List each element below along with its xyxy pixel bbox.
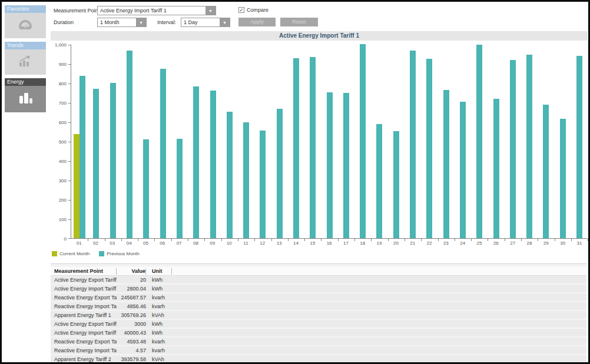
x-axis-label-17: 17: [337, 239, 354, 246]
bar-previous-month-05[interactable]: [143, 139, 149, 238]
bar-previous-month-06[interactable]: [160, 69, 166, 238]
bar-previous-month-08[interactable]: [193, 86, 199, 238]
table-row[interactable]: Active Energy Import Tariff 240000.43kWh: [51, 329, 586, 336]
y-axis-tick-label: 700: [59, 101, 67, 106]
measurement-point-value: Active Energy Import Tariff 1: [98, 6, 205, 15]
bar-previous-month-28[interactable]: [526, 55, 532, 238]
table-row[interactable]: Apparent Energy Tariff 2393579.58kVAh: [51, 355, 586, 363]
bar-previous-month-12[interactable]: [260, 131, 266, 238]
y-axis-tick: [68, 200, 71, 201]
chevron-down-icon[interactable]: ▼: [136, 18, 146, 26]
y-axis: 01002003004005006007008009001,000: [51, 45, 71, 239]
apply-button[interactable]: Apply: [238, 18, 276, 26]
sidebar-item-favorites[interactable]: Favorites: [5, 5, 46, 38]
y-axis-tick-label: 1,000: [55, 42, 67, 48]
chart-day-09: [204, 45, 221, 238]
bar-previous-month-14[interactable]: [293, 58, 299, 238]
bar-previous-month-03[interactable]: [110, 83, 116, 238]
column-header-measurement-point[interactable]: Measurement Point: [51, 268, 117, 275]
x-axis-label-10: 10: [221, 239, 237, 246]
duration-dropdown[interactable]: 1 Month ▼: [97, 18, 147, 27]
checkbox-check-icon[interactable]: ✓: [238, 7, 244, 13]
chart-title: Active Energy Import Tariff 1: [51, 31, 588, 41]
bar-previous-month-27[interactable]: [510, 60, 516, 238]
bar-previous-month-02[interactable]: [93, 89, 99, 238]
bar-previous-month-16[interactable]: [327, 92, 333, 238]
cell-measurement-point: Active Energy Import Tariff 2: [51, 330, 117, 336]
sidebar-item-energy[interactable]: Energy: [5, 78, 46, 112]
reset-button[interactable]: Reset: [280, 18, 318, 26]
cell-unit: kWh: [146, 330, 172, 336]
table-row[interactable]: Reactive Energy Export Tariff 1245687.57…: [51, 293, 586, 301]
interval-dropdown[interactable]: 1 Day ▼: [181, 18, 230, 27]
chart-day-23: [438, 45, 455, 238]
bar-previous-month-15[interactable]: [310, 57, 316, 238]
bar-previous-month-04[interactable]: [127, 51, 132, 238]
chart-panel: Active Energy Import Tariff 1 0100200300…: [51, 31, 588, 256]
chart-day-11: [238, 45, 254, 238]
app-window: Favorites Trends: [0, 0, 590, 364]
bar-previous-month-25[interactable]: [476, 45, 482, 238]
bar-previous-month-23[interactable]: [443, 90, 449, 238]
chart-day-18: [354, 45, 371, 238]
y-axis-tick: [68, 181, 71, 181]
chart-day-02: [88, 45, 104, 238]
x-axis-labels: 0102030405060708091011121314151617181920…: [71, 239, 588, 246]
bar-previous-month-20[interactable]: [393, 131, 399, 238]
measurement-point-dropdown[interactable]: Active Energy Import Tariff 1 ▼: [97, 6, 216, 15]
cell-unit: kvarh: [146, 339, 172, 345]
column-header-value[interactable]: Value: [117, 268, 146, 275]
chart-day-04: [121, 45, 138, 238]
duration-value: 1 Month: [98, 18, 136, 26]
table-row[interactable]: Reactive Energy Export Tariff 24593.48kv…: [51, 338, 586, 345]
sidebar-item-label: Energy: [5, 78, 46, 86]
y-axis-tick: [68, 103, 71, 103]
y-axis-tick: [68, 122, 71, 123]
table-row[interactable]: Active Energy Import Tariff 12800.04kWh: [51, 285, 586, 292]
bar-previous-month-13[interactable]: [277, 109, 283, 238]
cell-measurement-point: Reactive Energy Export Tariff 1: [51, 295, 117, 300]
table-row[interactable]: Active Energy Export Tariff 23000kWh: [51, 320, 586, 328]
bar-current-month-01[interactable]: [74, 134, 79, 238]
bar-previous-month-31[interactable]: [576, 56, 582, 238]
compare-label: Compare: [247, 7, 269, 13]
legend-swatch-current-month: [52, 251, 57, 256]
x-axis-label-21: 21: [405, 239, 421, 246]
chart-day-16: [321, 45, 337, 238]
bar-previous-month-09[interactable]: [210, 91, 216, 238]
bar-previous-month-21[interactable]: [410, 51, 416, 238]
duration-label: Duration: [54, 18, 74, 27]
x-axis-label-25: 25: [471, 239, 488, 246]
bar-previous-month-22[interactable]: [426, 59, 432, 238]
table-row[interactable]: Apparent Energy Tariff 1305769.26kVAh: [51, 311, 586, 319]
cell-unit: kVAh: [146, 312, 172, 318]
bar-previous-month-19[interactable]: [376, 124, 382, 238]
table-row[interactable]: Reactive Energy Import Tariff 14856.46kv…: [51, 302, 586, 310]
bar-previous-month-17[interactable]: [343, 93, 349, 238]
chevron-down-icon[interactable]: ▼: [205, 6, 216, 15]
sidebar-item-trends[interactable]: Trends: [5, 42, 46, 75]
chart-day-21: [405, 45, 421, 238]
bar-previous-month-11[interactable]: [243, 122, 249, 238]
x-axis-label-07: 07: [171, 239, 187, 246]
bar-previous-month-30[interactable]: [560, 119, 566, 238]
column-header-unit[interactable]: Unit: [146, 268, 172, 275]
chevron-down-icon[interactable]: ▼: [220, 18, 230, 26]
y-axis-tick-label: 400: [59, 159, 67, 164]
compare-checkbox[interactable]: ✓ Compare: [238, 7, 269, 13]
y-axis-tick: [68, 238, 71, 239]
sidebar: Favorites Trends: [5, 5, 46, 116]
bar-previous-month-01[interactable]: [79, 76, 85, 238]
bar-previous-month-29[interactable]: [543, 105, 549, 238]
table-row[interactable]: Reactive Energy Import Tariff 24.57kvarh: [51, 346, 586, 354]
bar-previous-month-26[interactable]: [493, 99, 499, 238]
chart-day-24: [455, 45, 471, 238]
cell-measurement-point: Reactive Energy Import Tariff 1: [51, 303, 117, 309]
cell-unit: kWh: [146, 277, 172, 283]
table-row[interactable]: Active Energy Export Tariff 120kWh: [51, 276, 586, 283]
chart-day-01: [71, 45, 88, 238]
bar-previous-month-07[interactable]: [177, 139, 183, 238]
bar-previous-month-18[interactable]: [360, 44, 366, 238]
bar-previous-month-24[interactable]: [460, 102, 466, 238]
bar-previous-month-10[interactable]: [227, 112, 233, 238]
